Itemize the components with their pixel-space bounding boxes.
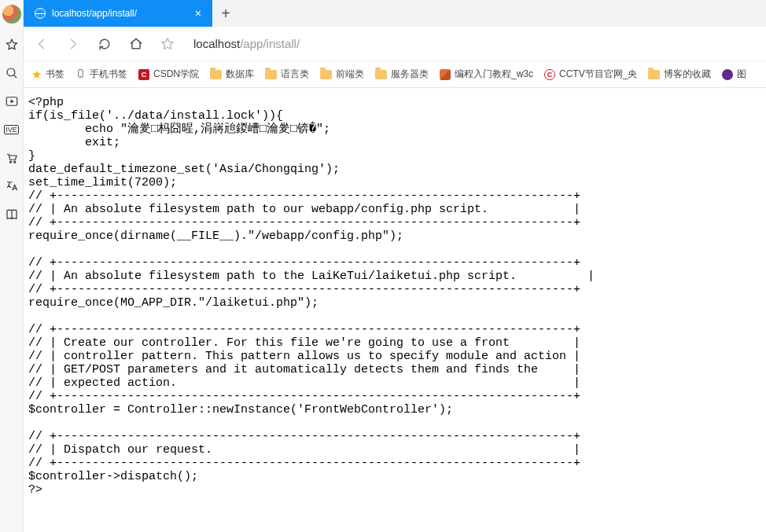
bookmark-folder-blog[interactable]: 博客的收藏 [648,68,711,81]
book-icon[interactable] [5,207,19,222]
live-badge-icon[interactable]: IVE [5,123,19,137]
ball-icon [722,69,733,80]
address-bar[interactable]: localhost/app/install/ [190,37,757,50]
tab-title: localhost/app/install/ [52,8,189,19]
globe-icon [35,8,46,19]
bookmark-folder-server[interactable]: 服务器类 [375,68,429,81]
home-button[interactable] [127,35,145,53]
star-icon: ★ [31,68,42,82]
nav-toolbar: localhost/app/install/ [24,27,766,61]
cart-icon[interactable] [5,151,19,165]
url-text: localhost/app/install/ [193,37,300,50]
bookmark-mobile[interactable]: 手机书签 [75,68,127,81]
folder-icon [265,70,277,79]
svg-point-3 [13,161,15,163]
csdn-icon: C [138,69,149,80]
bookmark-root[interactable]: ★书签 [31,68,64,82]
folder-icon [648,70,660,79]
bookmark-w3c[interactable]: 编程入门教程_w3c [440,68,533,81]
bookmark-folder-frontend[interactable]: 前端类 [320,68,364,81]
translate-icon[interactable] [5,179,19,193]
profile-avatar[interactable] [2,5,21,24]
tab-strip: localhost/app/install/ × + [24,0,766,27]
bookmarks-bar: ★书签 手机书签 CCSDN学院 数据库 语言类 前端类 服务器类 编程入门教程… [24,61,766,88]
reload-button[interactable] [96,35,113,53]
browser-side-rail: IVE [0,0,24,532]
php-source-code: <?php if(is_file('../data/install.lock')… [28,96,761,497]
folder-icon [320,70,332,79]
folder-icon [375,70,387,79]
bookmark-folder-db[interactable]: 数据库 [210,68,254,81]
cctv-icon: C [544,69,555,80]
folder-icon [210,70,222,79]
bookmark-star-icon[interactable] [159,35,176,53]
svg-point-0 [7,68,15,76]
phone-icon [75,68,86,81]
star-outline-icon[interactable] [5,38,19,52]
tab-close-icon[interactable]: × [195,7,201,20]
active-tab[interactable]: localhost/app/install/ × [24,0,212,27]
w3-icon [440,69,451,80]
svg-point-2 [9,161,11,163]
new-tab-button[interactable]: + [212,0,239,27]
bookmark-purple[interactable]: 图 [722,68,746,81]
play-box-icon[interactable] [5,94,19,108]
page-content: <?php if(is_file('../data/install.lock')… [24,88,766,532]
search-icon[interactable] [5,66,19,80]
bookmark-csdn[interactable]: CCSDN学院 [138,68,199,81]
bookmark-folder-lang[interactable]: 语言类 [265,68,309,81]
forward-button[interactable] [64,35,82,53]
back-button[interactable] [33,35,50,53]
bookmark-cctv[interactable]: CCCTV节目官网_央 [544,68,637,81]
